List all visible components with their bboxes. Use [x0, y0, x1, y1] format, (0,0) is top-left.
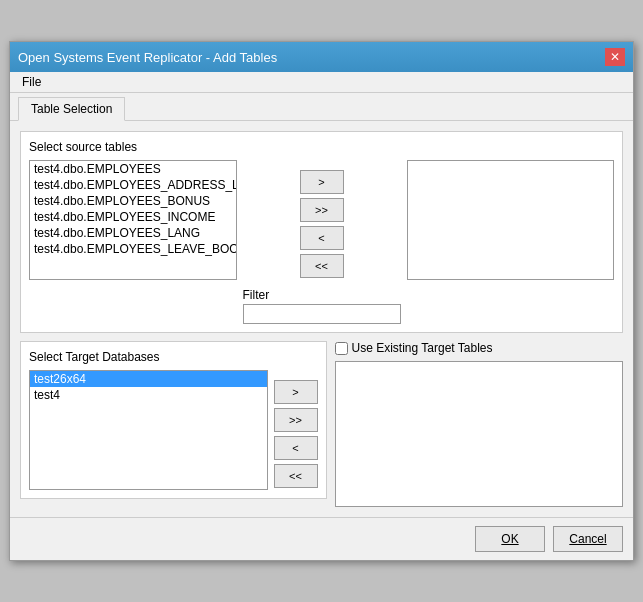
filter-input[interactable] [243, 304, 401, 324]
source-inner: test4.dbo.EMPLOYEES test4.dbo.EMPLOYEES_… [29, 160, 614, 324]
title-bar: Open Systems Event Replicator - Add Tabl… [10, 42, 633, 72]
source-add-all-button[interactable]: >> [300, 198, 344, 222]
menu-bar: File [10, 72, 633, 93]
list-item[interactable]: test4.dbo.EMPLOYEES_LANG [30, 225, 236, 241]
source-selected-list[interactable] [407, 160, 615, 280]
tab-table-selection[interactable]: Table Selection [18, 97, 125, 121]
window-title: Open Systems Event Replicator - Add Tabl… [18, 50, 277, 65]
filter-area: Filter [243, 288, 401, 324]
close-button[interactable]: ✕ [605, 48, 625, 66]
target-buttons: > >> < << [274, 370, 318, 488]
footer: OK Cancel [10, 517, 633, 560]
list-item[interactable]: test4 [30, 387, 267, 403]
source-section: Select source tables test4.dbo.EMPLOYEES… [20, 131, 623, 333]
target-selected-list[interactable] [335, 361, 624, 507]
list-item[interactable]: test4.dbo.EMPLOYEES_INCOME [30, 209, 236, 225]
target-remove-all-button[interactable]: << [274, 464, 318, 488]
cancel-button[interactable]: Cancel [553, 526, 623, 552]
source-buttons: > >> < << Filter [243, 160, 401, 324]
use-existing-row: Use Existing Target Tables [335, 341, 624, 355]
source-list[interactable]: test4.dbo.EMPLOYEES test4.dbo.EMPLOYEES_… [29, 160, 237, 280]
bottom-section: Select Target Databases test26x64 test4 … [20, 341, 623, 507]
target-add-all-button[interactable]: >> [274, 408, 318, 432]
list-item[interactable]: test4.dbo.EMPLOYEES_ADDRESS_LINE [30, 177, 236, 193]
target-remove-button[interactable]: < [274, 436, 318, 460]
tab-bar: Table Selection [10, 93, 633, 121]
source-remove-button[interactable]: < [300, 226, 344, 250]
target-section: Select Target Databases test26x64 test4 … [20, 341, 327, 499]
target-add-button[interactable]: > [274, 380, 318, 404]
source-add-button[interactable]: > [300, 170, 344, 194]
source-label: Select source tables [29, 140, 614, 154]
main-window: Open Systems Event Replicator - Add Tabl… [9, 41, 634, 561]
use-existing-label: Use Existing Target Tables [352, 341, 493, 355]
list-item[interactable]: test26x64 [30, 371, 267, 387]
list-item[interactable]: test4.dbo.EMPLOYEES [30, 161, 236, 177]
use-existing-checkbox[interactable] [335, 342, 348, 355]
list-item[interactable]: test4.dbo.EMPLOYEES_BONUS [30, 193, 236, 209]
ok-button[interactable]: OK [475, 526, 545, 552]
source-remove-all-button[interactable]: << [300, 254, 344, 278]
list-item[interactable]: test4.dbo.EMPLOYEES_LEAVE_BOOKED [30, 241, 236, 257]
target-inner: test26x64 test4 > >> < << [29, 370, 318, 490]
content-area: Select source tables test4.dbo.EMPLOYEES… [10, 121, 633, 517]
menu-file[interactable]: File [18, 73, 45, 91]
filter-label: Filter [243, 288, 401, 302]
target-list[interactable]: test26x64 test4 [29, 370, 268, 490]
right-section: Use Existing Target Tables [335, 341, 624, 507]
target-label: Select Target Databases [29, 350, 318, 364]
